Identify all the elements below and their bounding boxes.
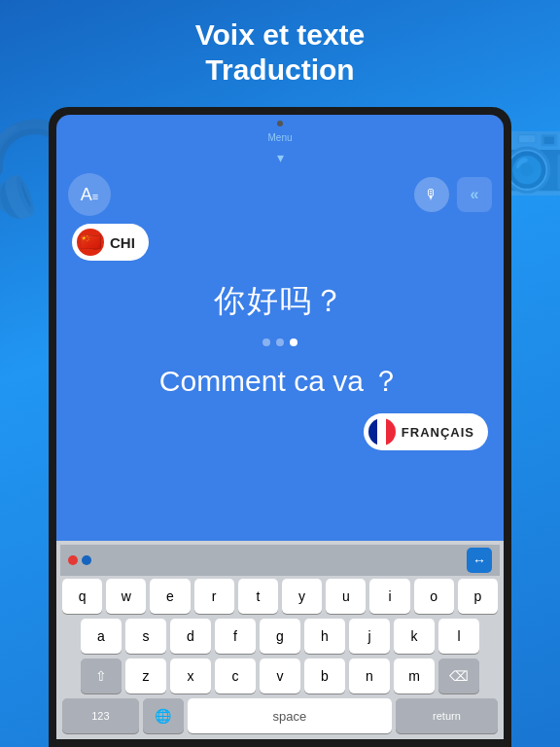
dot-1 [262,338,270,346]
keyboard: ↔ q w e r t y u i o p [56,541,504,739]
flag-emoji: 🇨🇳 [80,231,101,253]
kb-dot-blue [82,555,91,565]
menu-label: Menu [267,132,292,143]
collapse-button[interactable]: « [457,177,492,212]
key-shift[interactable]: ⇧ [81,658,122,694]
key-delete[interactable]: ⌫ [438,658,479,694]
target-language-label: FRANÇAIS [402,425,474,440]
key-c[interactable]: c [215,658,256,694]
key-row-4: 123 🌐 space return [62,698,498,733]
key-y[interactable]: y [282,579,322,614]
key-x[interactable]: x [170,658,211,694]
flag-white [377,418,386,445]
camera-dot [277,121,283,126]
pagination-dots [72,338,488,346]
keyboard-toolbar-left [68,555,91,565]
target-language-badge[interactable]: FRANÇAIS [364,413,488,450]
key-h[interactable]: h [304,619,345,654]
mic-icon: 🎙 [425,187,438,202]
translation-area: 🇨🇳 CHI 你好吗？ Comment ca va ？ [56,224,504,541]
key-z[interactable]: z [125,658,166,694]
flag-red [386,418,395,445]
key-return[interactable]: return [396,698,498,733]
key-q[interactable]: q [62,579,102,614]
key-n[interactable]: n [349,658,390,694]
key-j[interactable]: j [349,619,390,654]
source-language-label: CHI [110,234,135,251]
key-w[interactable]: w [106,579,146,614]
key-row-2: a s d f g h j k l [62,619,498,654]
toolbar-right: 🎙 « [414,177,492,212]
key-f[interactable]: f [215,619,256,654]
key-e[interactable]: e [150,579,190,614]
chinese-flag: 🇨🇳 [77,229,104,256]
key-row-1: q w e r t y u i o p [62,579,498,614]
translate-button[interactable]: A≡ [68,173,111,216]
key-g[interactable]: g [260,619,300,654]
key-globe[interactable]: 🌐 [143,698,184,733]
key-t[interactable]: t [238,579,278,614]
key-l[interactable]: l [438,619,479,654]
key-k[interactable]: k [394,619,435,654]
dot-2 [276,338,284,346]
keyboard-toolbar: ↔ [60,545,500,576]
key-a[interactable]: a [81,619,122,654]
key-i[interactable]: i [369,579,409,614]
french-flag [368,418,396,445]
tablet-device: Menu ▾ A≡ 🎙 « 🇨🇳 [49,107,511,747]
key-p[interactable]: p [458,579,498,614]
key-m[interactable]: m [394,658,435,694]
key-o[interactable]: o [414,579,454,614]
key-d[interactable]: d [170,619,211,654]
key-s[interactable]: s [125,619,166,654]
microphone-button[interactable]: 🎙 [414,177,449,212]
key-u[interactable]: u [326,579,366,614]
kb-dot-red [68,555,78,565]
page-title: Voix et texte Traduction [0,18,560,88]
arrows-icon: « [471,186,479,203]
key-row-3: ⇧ z x c v b n m ⌫ [62,658,498,694]
key-b[interactable]: b [304,658,345,694]
target-text: Comment ca va ？ [72,362,488,402]
source-text: 你好吗？ [72,280,488,323]
toolbar: A≡ 🎙 « [56,169,504,220]
key-r[interactable]: r [194,579,234,614]
key-space[interactable]: space [188,698,392,733]
keyboard-rows: q w e r t y u i o p a s d f g [60,579,500,733]
translate-icon: A≡ [81,185,98,205]
dot-3 [290,338,298,346]
key-v[interactable]: v [260,658,300,694]
key-numbers[interactable]: 123 [62,698,139,733]
chevron-down-icon[interactable]: ▾ [277,150,284,165]
tablet-screen: Menu ▾ A≡ 🎙 « 🇨🇳 [56,115,504,739]
flag-blue [368,418,377,445]
keyboard-translate-icon[interactable]: ↔ [467,548,492,573]
source-language-badge[interactable]: 🇨🇳 CHI [72,224,149,261]
